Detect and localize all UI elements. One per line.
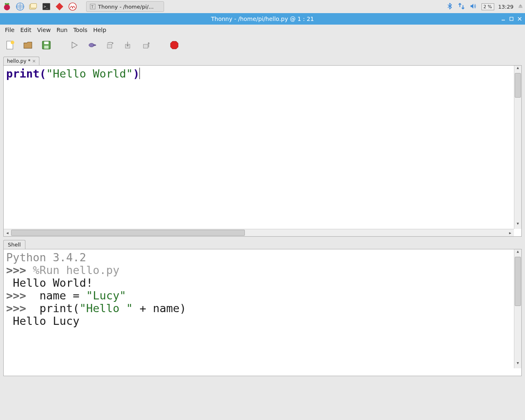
svg-marker-38 bbox=[171, 41, 178, 49]
web-browser-icon[interactable] bbox=[15, 1, 25, 12]
menu-tools[interactable]: Tools bbox=[71, 25, 90, 34]
wolfram-icon[interactable] bbox=[67, 1, 78, 12]
clock[interactable]: 13:29 bbox=[498, 4, 514, 10]
editor-tab[interactable]: hello.py * ✕ bbox=[3, 57, 39, 65]
svg-marker-37 bbox=[148, 42, 150, 44]
menu-file[interactable]: File bbox=[2, 25, 17, 34]
code-editor[interactable]: print("Hello World") ▲ ▼ ◀ ▶ bbox=[3, 65, 522, 237]
svg-point-22 bbox=[11, 41, 14, 44]
save-file-icon[interactable] bbox=[40, 39, 52, 51]
minimize-icon[interactable] bbox=[500, 16, 506, 22]
svg-marker-11 bbox=[56, 3, 63, 10]
shell-prompt: >>> bbox=[6, 289, 33, 302]
run-icon[interactable] bbox=[68, 39, 80, 51]
bluetooth-icon[interactable] bbox=[446, 2, 454, 11]
text-cursor bbox=[139, 68, 140, 79]
maximize-icon[interactable] bbox=[509, 16, 514, 22]
shell-run-command: %Run hello.py bbox=[33, 264, 119, 276]
step-out-icon[interactable] bbox=[140, 39, 153, 51]
step-into-icon[interactable] bbox=[122, 39, 135, 51]
menu-view[interactable]: View bbox=[35, 25, 53, 34]
close-icon[interactable] bbox=[517, 16, 523, 22]
step-over-icon[interactable] bbox=[104, 39, 116, 51]
shell-scrollbar-vertical[interactable]: ▲ ▼ bbox=[514, 249, 521, 368]
mathematica-icon[interactable] bbox=[54, 1, 65, 12]
svg-marker-29 bbox=[95, 44, 96, 46]
window-title: Thonny - /home/pi/hello.py @ 1 : 21 bbox=[0, 16, 525, 22]
shell-tab[interactable]: Shell bbox=[3, 240, 25, 249]
svg-rect-25 bbox=[44, 46, 49, 49]
shell-input-string: "Hello " bbox=[80, 302, 133, 315]
shell-input-string: "Lucy" bbox=[86, 289, 126, 302]
os-taskbar: >_ T Thonny - /home/pi/... 2 % 13:29 bbox=[0, 0, 525, 13]
shell-input-text: print( bbox=[33, 302, 80, 315]
svg-point-2 bbox=[7, 3, 9, 5]
code-token-rparen: ) bbox=[133, 67, 139, 80]
editor-scrollbar-horizontal[interactable]: ◀ ▶ bbox=[4, 229, 514, 236]
new-file-icon[interactable] bbox=[4, 39, 16, 51]
eject-icon[interactable] bbox=[518, 3, 523, 10]
svg-rect-16 bbox=[518, 7, 522, 8]
network-icon[interactable] bbox=[458, 2, 465, 11]
tab-close-icon[interactable]: ✕ bbox=[32, 59, 36, 64]
shell-tab-label: Shell bbox=[8, 242, 21, 248]
shell-output[interactable]: Python 3.4.2 >>> %Run hello.py Hello Wor… bbox=[3, 249, 522, 376]
shell-input-text: + name) bbox=[133, 302, 186, 315]
svg-rect-8 bbox=[31, 4, 37, 8]
editor-area: hello.py * ✕ print("Hello World") ▲ ▼ ◀ … bbox=[0, 55, 525, 237]
debug-icon[interactable] bbox=[86, 39, 98, 51]
code-token-lparen: ( bbox=[39, 67, 46, 80]
taskbar-app-label: Thonny - /home/pi/... bbox=[98, 4, 154, 10]
svg-text:T: T bbox=[91, 5, 94, 9]
open-file-icon[interactable] bbox=[22, 39, 34, 51]
shell-version: Python 3.4.2 bbox=[6, 251, 519, 264]
shell-output-line: Hello Lucy bbox=[6, 315, 519, 327]
menu-edit[interactable]: Edit bbox=[18, 25, 34, 34]
svg-marker-31 bbox=[112, 42, 114, 45]
shell-output-line: Hello World! bbox=[6, 276, 519, 289]
code-token-fn: print bbox=[6, 67, 39, 80]
editor-tab-label: hello.py * bbox=[7, 58, 30, 64]
file-manager-icon[interactable] bbox=[28, 1, 39, 12]
stop-icon[interactable] bbox=[168, 39, 180, 51]
svg-point-12 bbox=[69, 3, 76, 10]
shell-prompt: >>> bbox=[6, 302, 33, 315]
svg-point-0 bbox=[4, 5, 10, 11]
svg-text:>_: >_ bbox=[44, 4, 49, 9]
code-token-string: "Hello World" bbox=[46, 67, 133, 80]
svg-rect-24 bbox=[44, 41, 49, 44]
menu-help[interactable]: Help bbox=[91, 25, 109, 34]
svg-marker-15 bbox=[518, 4, 522, 7]
terminal-icon[interactable]: >_ bbox=[41, 1, 52, 12]
menu-run[interactable]: Run bbox=[54, 25, 70, 34]
svg-rect-30 bbox=[107, 44, 112, 48]
svg-marker-26 bbox=[72, 42, 78, 48]
volume-icon[interactable] bbox=[469, 2, 477, 11]
shell-area: Shell Python 3.4.2 >>> %Run hello.py Hel… bbox=[0, 237, 525, 379]
shell-prompt: >>> bbox=[6, 264, 33, 276]
raspberry-menu-icon[interactable] bbox=[2, 1, 12, 12]
taskbar-app-thonny[interactable]: T Thonny - /home/pi/... bbox=[86, 1, 164, 12]
svg-point-1 bbox=[5, 3, 7, 5]
svg-rect-18 bbox=[510, 17, 513, 21]
menubar: File Edit View Run Tools Help bbox=[0, 25, 525, 35]
system-tray: 2 % 13:29 bbox=[446, 2, 523, 11]
window-titlebar[interactable]: Thonny - /home/pi/hello.py @ 1 : 21 bbox=[0, 13, 525, 25]
toolbar bbox=[0, 35, 525, 55]
editor-scrollbar-vertical[interactable]: ▲ ▼ bbox=[514, 66, 521, 229]
cpu-usage[interactable]: 2 % bbox=[482, 3, 494, 10]
shell-input-text: name = bbox=[33, 289, 86, 302]
svg-rect-35 bbox=[144, 44, 148, 48]
